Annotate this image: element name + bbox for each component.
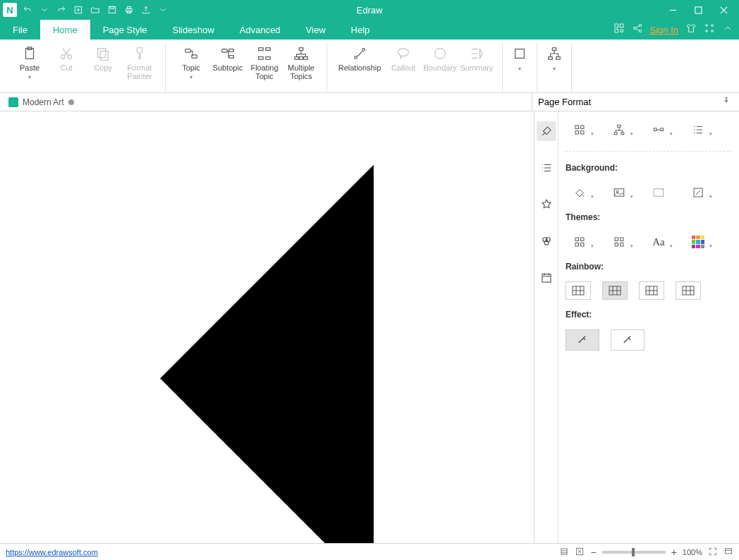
apps-icon[interactable] [704,23,715,37]
zoom-out-icon[interactable]: − [590,547,596,558]
rainbow-4[interactable] [676,281,701,300]
svg-point-39 [398,49,409,56]
statusbar: https://www.edrawsoft.com − + 100% [0,543,739,560]
chevron-up-icon[interactable] [722,23,733,37]
workspace: PhotographySurrealismConstructivismSculp… [0,111,739,543]
tab-view[interactable]: View [293,20,338,39]
fit-icon[interactable] [575,547,585,558]
qat-dropdown-icon[interactable] [38,4,51,16]
bg-watermark-button[interactable]: ▾ [684,183,712,202]
layout-tree-button[interactable]: ▾ [605,120,633,140]
tab-advanced[interactable]: Advanced [227,20,293,39]
signin-link[interactable]: Sign In [650,25,678,35]
horizontal-scrollbar[interactable] [0,111,534,543]
tab-home[interactable]: Home [40,20,90,39]
new-button[interactable] [72,4,85,16]
svg-rect-60 [618,125,621,127]
redo-button[interactable] [55,4,68,16]
svg-rect-64 [661,128,664,131]
ribbon-more-2[interactable]: ▾ [544,42,564,72]
app-logo-icon[interactable]: N [3,3,17,17]
layout-numbering-button[interactable]: ▾ [684,120,712,140]
rail-calendar-icon[interactable] [537,268,556,288]
svg-rect-61 [614,133,617,135]
export-button[interactable] [140,4,152,16]
rail-clover-icon[interactable] [537,231,556,251]
close-button[interactable] [711,1,736,19]
ribbon-more-1[interactable]: ▾ [510,42,530,72]
fullscreen-icon[interactable] [708,547,718,558]
bg-image-button[interactable]: ▾ [605,183,633,202]
rainbow-1[interactable] [566,281,591,300]
menubar: File Home Page Style Slideshow Advanced … [0,20,739,39]
copy-button[interactable]: Copy [85,42,121,72]
theme-grid1-button[interactable]: ▾ [566,232,594,252]
shirt-icon[interactable] [685,23,697,37]
cut-button[interactable]: Cut [48,42,85,72]
layout-connector-button[interactable]: ▾ [645,120,673,140]
svg-point-17 [711,30,714,32]
summary-button[interactable]: Summary [458,42,495,72]
bg-remove-button[interactable] [645,183,673,202]
svg-rect-55 [542,274,551,282]
svg-rect-57 [581,126,585,129]
svg-rect-75 [615,243,618,247]
rail-format-icon[interactable] [537,121,556,141]
relationship-button[interactable]: Relationship [334,42,385,72]
presentation-icon[interactable] [723,547,733,558]
svg-rect-58 [575,131,579,135]
document-tab[interactable]: Modern Art [3,97,80,107]
svg-rect-44 [556,57,561,60]
bg-fill-button[interactable]: ▾ [566,183,594,202]
rainbow-2[interactable] [602,281,628,300]
svg-point-12 [639,24,641,26]
layers-icon[interactable] [559,547,569,558]
format-painter-button[interactable]: Format Painter [121,42,158,80]
rail-star-icon[interactable] [537,195,556,214]
rail-list-icon[interactable] [537,158,556,178]
theme-colors-button[interactable]: ▾ [684,232,712,252]
pin-icon[interactable] [722,97,731,107]
save-button[interactable] [106,4,118,16]
svg-rect-2 [111,6,114,8]
print-button[interactable] [123,4,135,16]
callout-button[interactable]: Callout [385,42,422,72]
share-icon[interactable] [632,23,643,37]
export-dropdown-icon[interactable] [157,4,169,16]
svg-rect-31 [259,57,263,60]
svg-rect-67 [654,189,664,197]
layout-grid-button[interactable]: ▾ [566,120,594,140]
effect-1[interactable] [566,329,599,351]
multiple-topics-button[interactable]: Multiple Topics [283,42,319,80]
qr-icon[interactable] [613,23,625,37]
tab-help[interactable]: Help [338,20,383,39]
theme-grid2-button[interactable]: ▾ [605,232,633,252]
svg-rect-59 [581,131,585,135]
svg-rect-34 [295,57,299,60]
boundary-button[interactable]: Boundary [422,42,458,72]
undo-button[interactable] [21,4,34,16]
zoom-slider[interactable] [602,551,666,554]
tab-file[interactable]: File [0,20,40,39]
maximize-button[interactable] [685,1,711,19]
svg-rect-69 [575,238,579,241]
floating-topic-button[interactable]: Floating Topic [246,42,283,80]
theme-font-button[interactable]: Aa▾ [645,232,673,252]
minimize-button[interactable] [660,1,685,19]
rainbow-3[interactable] [639,281,664,300]
open-button[interactable] [89,4,102,16]
tab-page-style[interactable]: Page Style [90,20,160,39]
effect-2[interactable] [611,329,645,351]
subtopic-button[interactable]: Subtopic [209,42,246,72]
side-panel: ▾ ▾ ▾ ▾ Background: ▾ ▾ ▾ Themes: ▾ ▾ [535,111,739,543]
zoom-in-icon[interactable]: + [671,547,677,558]
tab-slideshow[interactable]: Slideshow [160,20,227,39]
topic-button[interactable]: Topic▾ [173,42,209,80]
paste-button[interactable]: Paste▾ [11,42,48,80]
svg-rect-71 [575,243,579,247]
status-url[interactable]: https://www.edrawsoft.com [6,548,98,556]
svg-point-11 [633,27,635,29]
panel-title: Page Format [538,97,591,107]
svg-rect-26 [222,49,227,53]
svg-rect-10 [621,30,623,32]
